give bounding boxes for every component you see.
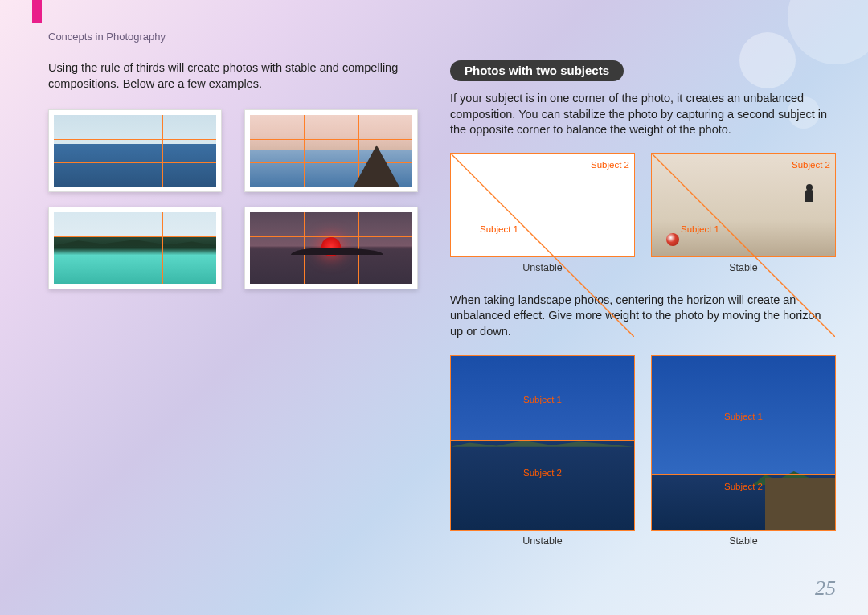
section-heading: Photos with two subjects [450, 60, 624, 81]
right-column: Photos with two subjects If your subject… [450, 60, 836, 547]
two-subjects-paragraph: If your subject is in one corner of the … [450, 91, 836, 138]
landscape-unstable: Subject 1 Subject 2 Unstable [450, 355, 635, 547]
section-color-tab [32, 0, 42, 23]
caption-stable: Stable [651, 535, 836, 547]
person-icon [805, 184, 813, 202]
landscape-stable: Subject 1 Subject 2 Stable [651, 355, 836, 547]
example-photo-turquoise-lake [48, 207, 222, 289]
svg-line-0 [451, 154, 634, 337]
svg-line-1 [652, 154, 835, 337]
example-photo-red-sun [244, 207, 418, 289]
label-subject-2: Subject 2 [792, 160, 830, 170]
label-subject-2: Subject 2 [724, 482, 763, 491]
left-column: Using the rule of thirds will create pho… [48, 60, 434, 289]
label-subject-1: Subject 1 [480, 224, 518, 234]
example-photo-cliff-sunset [244, 109, 418, 192]
label-subject-1: Subject 1 [523, 395, 562, 404]
landscape-diagrams: Subject 1 Subject 2 Unstable Subject 1 S… [450, 355, 836, 547]
example-photo-ocean-horizon [48, 109, 222, 192]
breadcrumb: Concepts in Photography [48, 31, 166, 43]
diagram-stable: Subject 2 Subject 1 Stable [651, 153, 836, 273]
page-number: 25 [815, 576, 836, 601]
diagonal-line-icon [451, 154, 634, 337]
rule-of-thirds-examples [48, 109, 418, 289]
label-subject-2: Subject 2 [523, 468, 562, 478]
label-subject-1: Subject 1 [724, 412, 763, 421]
label-subject-1: Subject 1 [681, 224, 719, 234]
two-subjects-diagrams: Subject 2 Subject 1 Unstable Subject 2 S… [450, 153, 836, 273]
intro-paragraph: Using the rule of thirds will create pho… [48, 60, 434, 92]
diagonal-line-icon [652, 154, 835, 337]
label-subject-2: Subject 2 [591, 160, 629, 170]
diagram-unstable: Subject 2 Subject 1 Unstable [450, 153, 635, 273]
caption-unstable: Unstable [450, 535, 635, 547]
